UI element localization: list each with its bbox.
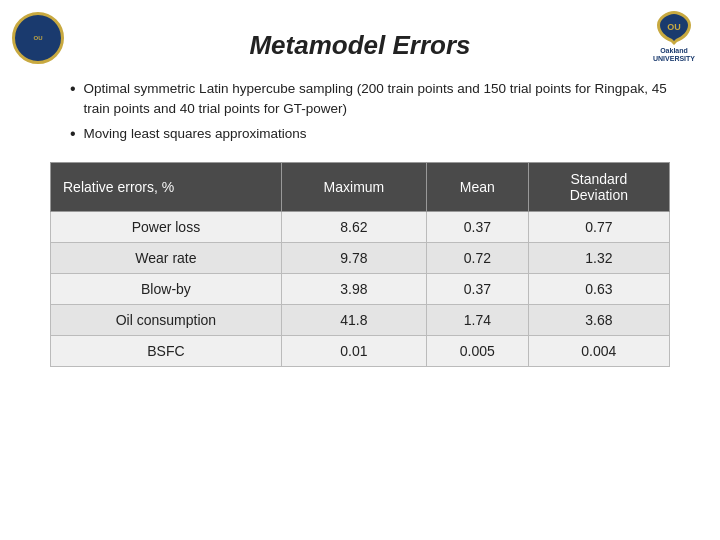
logo-left: OU [12,12,64,64]
cell-r2-c1: 3.98 [281,274,426,305]
errors-table: Relative errors, % Maximum Mean Standard… [50,162,670,367]
cell-r3-c2: 1.74 [427,305,529,336]
ou-logo-text: Oakland UNIVERSITY [653,47,695,64]
cell-r4-c1: 0.01 [281,336,426,367]
svg-text:OU: OU [667,22,681,32]
bullet-dot-2: • [70,124,76,145]
ou-logo-icon: OU [653,9,695,47]
cell-r3-c0: Oil consumption [51,305,282,336]
table-body: Power loss8.620.370.77Wear rate9.780.721… [51,212,670,367]
col-header-std-dev: StandardDeviation [528,163,669,212]
cell-r0-c3: 0.77 [528,212,669,243]
page-title: Metamodel Errors [40,30,680,61]
cell-r1-c3: 1.32 [528,243,669,274]
col-header-metric: Relative errors, % [51,163,282,212]
cell-r2-c3: 0.63 [528,274,669,305]
cell-r4-c3: 0.004 [528,336,669,367]
table-row: Wear rate9.780.721.32 [51,243,670,274]
table-row: BSFC0.010.0050.004 [51,336,670,367]
col-header-mean: Mean [427,163,529,212]
cell-r3-c3: 3.68 [528,305,669,336]
ou-logo: OU Oakland UNIVERSITY [653,9,695,64]
col-header-maximum: Maximum [281,163,426,212]
cell-r1-c2: 0.72 [427,243,529,274]
bullet-item-2: • Moving least squares approximations [70,124,680,145]
bullet-item-1: • Optimal symmetric Latin hypercube samp… [70,79,680,120]
cell-r1-c1: 9.78 [281,243,426,274]
bullet-dot-1: • [70,79,76,100]
university-seal: OU [12,12,64,64]
cell-r0-c0: Power loss [51,212,282,243]
table-row: Power loss8.620.370.77 [51,212,670,243]
table-header-row: Relative errors, % Maximum Mean Standard… [51,163,670,212]
cell-r1-c0: Wear rate [51,243,282,274]
cell-r4-c0: BSFC [51,336,282,367]
errors-table-wrap: Relative errors, % Maximum Mean Standard… [50,162,670,367]
logo-right: OU Oakland UNIVERSITY [642,10,706,62]
page: OU OU Oakland UNIVERSITY Metamodel Error… [0,0,720,540]
bullet-list: • Optimal symmetric Latin hypercube samp… [70,79,680,144]
cell-r3-c1: 41.8 [281,305,426,336]
cell-r2-c2: 0.37 [427,274,529,305]
cell-r0-c2: 0.37 [427,212,529,243]
cell-r2-c0: Blow-by [51,274,282,305]
cell-r0-c1: 8.62 [281,212,426,243]
table-row: Oil consumption41.81.743.68 [51,305,670,336]
bullet-text-1: Optimal symmetric Latin hypercube sampli… [84,79,680,120]
bullet-text-2: Moving least squares approximations [84,124,307,144]
table-row: Blow-by3.980.370.63 [51,274,670,305]
cell-r4-c2: 0.005 [427,336,529,367]
